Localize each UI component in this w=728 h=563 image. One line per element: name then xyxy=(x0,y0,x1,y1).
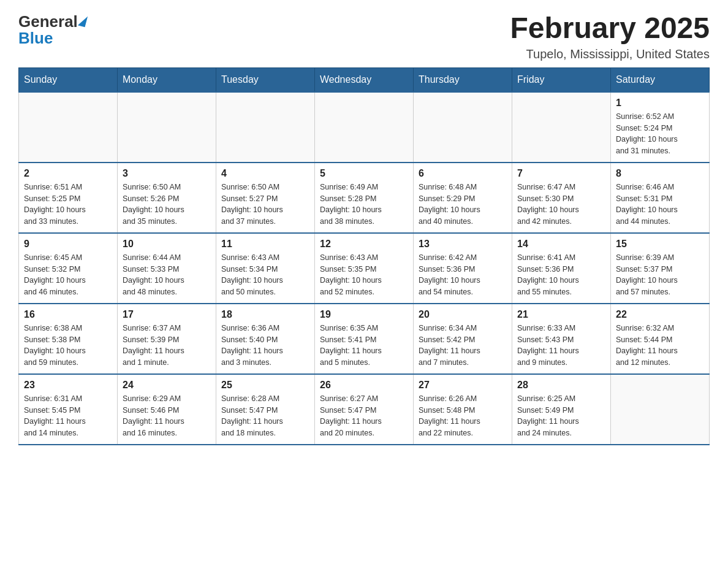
calendar-cell: 7Sunrise: 6:47 AMSunset: 5:30 PMDaylight… xyxy=(512,163,611,233)
day-number: 15 xyxy=(616,239,704,250)
calendar-cell: 1Sunrise: 6:52 AMSunset: 5:24 PMDaylight… xyxy=(611,92,710,163)
calendar-cell: 3Sunrise: 6:50 AMSunset: 5:26 PMDaylight… xyxy=(118,163,216,233)
day-number: 6 xyxy=(419,168,507,179)
day-number: 21 xyxy=(517,309,605,320)
day-number: 16 xyxy=(24,309,112,320)
day-info: Sunrise: 6:43 AMSunset: 5:35 PMDaylight:… xyxy=(320,252,408,298)
day-info: Sunrise: 6:33 AMSunset: 5:43 PMDaylight:… xyxy=(517,323,605,369)
location-text: Tupelo, Mississippi, United States xyxy=(510,47,710,61)
month-title: February 2025 xyxy=(510,12,710,45)
calendar-cell: 27Sunrise: 6:26 AMSunset: 5:48 PMDayligh… xyxy=(414,374,512,445)
day-info: Sunrise: 6:50 AMSunset: 5:26 PMDaylight:… xyxy=(123,182,211,228)
day-info: Sunrise: 6:32 AMSunset: 5:44 PMDaylight:… xyxy=(616,323,704,369)
day-info: Sunrise: 6:48 AMSunset: 5:29 PMDaylight:… xyxy=(419,182,507,228)
logo-blue-text: Blue xyxy=(18,29,53,48)
calendar-cell: 28Sunrise: 6:25 AMSunset: 5:49 PMDayligh… xyxy=(512,374,611,445)
calendar-cell xyxy=(512,92,611,163)
day-info: Sunrise: 6:43 AMSunset: 5:34 PMDaylight:… xyxy=(221,252,309,298)
day-number: 20 xyxy=(419,309,507,320)
calendar-cell: 18Sunrise: 6:36 AMSunset: 5:40 PMDayligh… xyxy=(216,304,315,374)
day-number: 13 xyxy=(419,239,507,250)
calendar-cell: 12Sunrise: 6:43 AMSunset: 5:35 PMDayligh… xyxy=(315,233,414,304)
calendar-day-header-friday: Friday xyxy=(512,67,611,92)
calendar-week-row: 23Sunrise: 6:31 AMSunset: 5:45 PMDayligh… xyxy=(19,374,710,445)
calendar-cell: 14Sunrise: 6:41 AMSunset: 5:36 PMDayligh… xyxy=(512,233,611,304)
calendar-cell xyxy=(216,92,315,163)
day-number: 19 xyxy=(320,309,408,320)
calendar-day-header-wednesday: Wednesday xyxy=(315,67,414,92)
day-number: 26 xyxy=(320,380,408,391)
calendar-day-header-monday: Monday xyxy=(118,67,216,92)
calendar-cell: 19Sunrise: 6:35 AMSunset: 5:41 PMDayligh… xyxy=(315,304,414,374)
day-number: 7 xyxy=(517,168,605,179)
day-number: 25 xyxy=(221,380,309,391)
day-info: Sunrise: 6:26 AMSunset: 5:48 PMDaylight:… xyxy=(419,393,507,439)
day-info: Sunrise: 6:47 AMSunset: 5:30 PMDaylight:… xyxy=(517,182,605,228)
calendar-cell: 20Sunrise: 6:34 AMSunset: 5:42 PMDayligh… xyxy=(414,304,512,374)
day-info: Sunrise: 6:29 AMSunset: 5:46 PMDaylight:… xyxy=(123,393,211,439)
day-number: 14 xyxy=(517,239,605,250)
day-number: 2 xyxy=(24,168,112,179)
calendar-cell: 26Sunrise: 6:27 AMSunset: 5:47 PMDayligh… xyxy=(315,374,414,445)
day-number: 5 xyxy=(320,168,408,179)
day-number: 1 xyxy=(616,98,704,109)
day-number: 18 xyxy=(221,309,309,320)
day-info: Sunrise: 6:46 AMSunset: 5:31 PMDaylight:… xyxy=(616,182,704,228)
day-number: 28 xyxy=(517,380,605,391)
calendar-cell: 8Sunrise: 6:46 AMSunset: 5:31 PMDaylight… xyxy=(611,163,710,233)
logo: General Blue xyxy=(18,12,86,48)
calendar-day-header-thursday: Thursday xyxy=(414,67,512,92)
day-number: 9 xyxy=(24,239,112,250)
calendar-cell: 4Sunrise: 6:50 AMSunset: 5:27 PMDaylight… xyxy=(216,163,315,233)
calendar-cell: 24Sunrise: 6:29 AMSunset: 5:46 PMDayligh… xyxy=(118,374,216,445)
day-number: 23 xyxy=(24,380,112,391)
day-info: Sunrise: 6:44 AMSunset: 5:33 PMDaylight:… xyxy=(123,252,211,298)
day-number: 24 xyxy=(123,380,211,391)
calendar-cell: 13Sunrise: 6:42 AMSunset: 5:36 PMDayligh… xyxy=(414,233,512,304)
calendar-week-row: 9Sunrise: 6:45 AMSunset: 5:32 PMDaylight… xyxy=(19,233,710,304)
day-info: Sunrise: 6:42 AMSunset: 5:36 PMDaylight:… xyxy=(419,252,507,298)
day-info: Sunrise: 6:52 AMSunset: 5:24 PMDaylight:… xyxy=(616,111,704,157)
day-number: 12 xyxy=(320,239,408,250)
logo-triangle-icon xyxy=(78,14,88,26)
day-info: Sunrise: 6:50 AMSunset: 5:27 PMDaylight:… xyxy=(221,182,309,228)
calendar-cell: 11Sunrise: 6:43 AMSunset: 5:34 PMDayligh… xyxy=(216,233,315,304)
day-info: Sunrise: 6:31 AMSunset: 5:45 PMDaylight:… xyxy=(24,393,112,439)
title-section: February 2025 Tupelo, Mississippi, Unite… xyxy=(510,12,710,61)
calendar-cell: 10Sunrise: 6:44 AMSunset: 5:33 PMDayligh… xyxy=(118,233,216,304)
calendar-cell xyxy=(414,92,512,163)
day-number: 27 xyxy=(419,380,507,391)
day-info: Sunrise: 6:49 AMSunset: 5:28 PMDaylight:… xyxy=(320,182,408,228)
calendar-cell xyxy=(611,374,710,445)
calendar-cell: 15Sunrise: 6:39 AMSunset: 5:37 PMDayligh… xyxy=(611,233,710,304)
calendar-week-row: 2Sunrise: 6:51 AMSunset: 5:25 PMDaylight… xyxy=(19,163,710,233)
day-info: Sunrise: 6:51 AMSunset: 5:25 PMDaylight:… xyxy=(24,182,112,228)
calendar-cell xyxy=(315,92,414,163)
calendar-day-header-tuesday: Tuesday xyxy=(216,67,315,92)
day-info: Sunrise: 6:41 AMSunset: 5:36 PMDaylight:… xyxy=(517,252,605,298)
day-info: Sunrise: 6:28 AMSunset: 5:47 PMDaylight:… xyxy=(221,393,309,439)
day-number: 22 xyxy=(616,309,704,320)
day-info: Sunrise: 6:38 AMSunset: 5:38 PMDaylight:… xyxy=(24,323,112,369)
calendar-week-row: 16Sunrise: 6:38 AMSunset: 5:38 PMDayligh… xyxy=(19,304,710,374)
calendar-cell: 25Sunrise: 6:28 AMSunset: 5:47 PMDayligh… xyxy=(216,374,315,445)
calendar-cell: 21Sunrise: 6:33 AMSunset: 5:43 PMDayligh… xyxy=(512,304,611,374)
calendar-cell: 23Sunrise: 6:31 AMSunset: 5:45 PMDayligh… xyxy=(19,374,118,445)
day-number: 3 xyxy=(123,168,211,179)
calendar-day-header-sunday: Sunday xyxy=(19,67,118,92)
calendar-cell: 9Sunrise: 6:45 AMSunset: 5:32 PMDaylight… xyxy=(19,233,118,304)
calendar-cell xyxy=(19,92,118,163)
day-number: 17 xyxy=(123,309,211,320)
day-info: Sunrise: 6:27 AMSunset: 5:47 PMDaylight:… xyxy=(320,393,408,439)
day-info: Sunrise: 6:45 AMSunset: 5:32 PMDaylight:… xyxy=(24,252,112,298)
day-number: 4 xyxy=(221,168,309,179)
day-info: Sunrise: 6:35 AMSunset: 5:41 PMDaylight:… xyxy=(320,323,408,369)
day-number: 10 xyxy=(123,239,211,250)
page-header: General Blue February 2025 Tupelo, Missi… xyxy=(18,12,710,61)
calendar-cell: 17Sunrise: 6:37 AMSunset: 5:39 PMDayligh… xyxy=(118,304,216,374)
day-info: Sunrise: 6:39 AMSunset: 5:37 PMDaylight:… xyxy=(616,252,704,298)
day-info: Sunrise: 6:34 AMSunset: 5:42 PMDaylight:… xyxy=(419,323,507,369)
calendar-cell: 6Sunrise: 6:48 AMSunset: 5:29 PMDaylight… xyxy=(414,163,512,233)
day-number: 11 xyxy=(221,239,309,250)
day-number: 8 xyxy=(616,168,704,179)
